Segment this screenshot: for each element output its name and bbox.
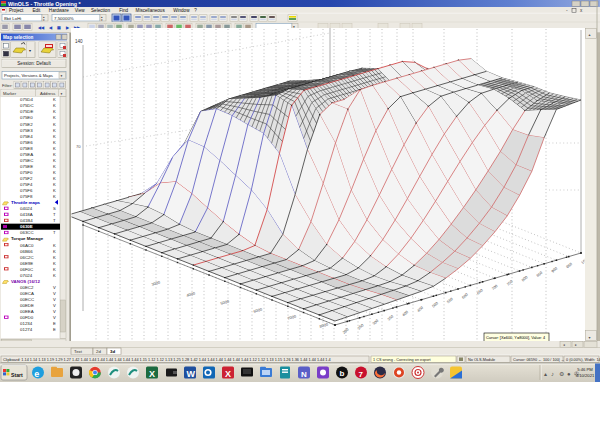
svg-text:?: ?	[194, 8, 197, 13]
svg-text:Torque Manage: Torque Manage	[11, 236, 44, 241]
svg-text:S: S	[53, 206, 56, 211]
svg-text:Address: Address	[40, 91, 55, 96]
svg-text:W: W	[186, 369, 195, 379]
svg-text:N: N	[301, 370, 307, 379]
svg-text:Miscellaneous: Miscellaneous	[136, 8, 166, 13]
svg-text:00ECA: 00ECA	[20, 291, 34, 296]
svg-text:075E4: 075E4	[20, 134, 33, 139]
svg-text:K: K	[53, 261, 56, 266]
svg-text:00ECC: 00ECC	[20, 297, 34, 302]
svg-text:◂: ◂	[563, 343, 565, 347]
svg-text:▦: ▦	[57, 25, 61, 30]
svg-text:063CC: 063CC	[20, 230, 34, 235]
svg-text:0630E: 0630E	[20, 224, 33, 229]
svg-text:5:46 PM: 5:46 PM	[577, 367, 593, 372]
svg-text:0 (0.00%), Width: 14: 0 (0.00%), Width: 14	[566, 358, 600, 362]
svg-text:8bit LoHi: 8bit LoHi	[4, 16, 21, 21]
svg-text:K: K	[53, 243, 56, 248]
svg-text:00EC2: 00EC2	[20, 285, 34, 290]
svg-text:T: T	[53, 230, 56, 235]
svg-text:06B66: 06B66	[20, 249, 33, 254]
svg-text:No OLS-Module: No OLS-Module	[468, 358, 495, 362]
svg-text:VANOS (16/12: VANOS (16/12	[11, 279, 41, 284]
svg-text:Find: Find	[119, 8, 128, 13]
svg-text:07024: 07024	[20, 273, 33, 278]
svg-text:075EA: 075EA	[20, 152, 33, 157]
svg-text:K: K	[53, 255, 56, 260]
svg-text:K: K	[53, 176, 56, 181]
svg-text:Text: Text	[74, 349, 83, 354]
svg-text:K: K	[53, 128, 56, 133]
svg-text:K: K	[53, 115, 56, 120]
svg-text:075D4: 075D4	[20, 97, 33, 102]
svg-text:075E8: 075E8	[20, 146, 33, 151]
svg-text:Cursor: [X=600, Y=8000], Value: Cursor: [X=600, Y=8000], Value: 4	[486, 335, 546, 340]
svg-text:04024: 04024	[20, 206, 33, 211]
svg-text:00EEA: 00EEA	[20, 309, 34, 314]
svg-text:075E6: 075E6	[20, 140, 33, 145]
svg-text:2d: 2d	[96, 349, 101, 354]
svg-text:Window: Window	[173, 8, 190, 13]
svg-text:K: K	[53, 249, 56, 254]
svg-text:V: V	[53, 297, 56, 302]
svg-text:06F0C: 06F0C	[20, 267, 33, 272]
svg-text:V: V	[53, 303, 56, 308]
svg-text:075F8: 075F8	[20, 194, 33, 199]
svg-text:K: K	[53, 158, 56, 163]
svg-text:Start: Start	[11, 372, 23, 378]
svg-text:K: K	[53, 267, 56, 272]
svg-text:K: K	[53, 152, 56, 157]
svg-text:X: X	[225, 369, 231, 379]
svg-text:06E9E: 06E9E	[20, 261, 33, 266]
svg-text:▸: ▸	[575, 343, 577, 347]
svg-text:▾: ▾	[61, 92, 63, 96]
svg-text:Throttle maps: Throttle maps	[11, 200, 41, 205]
svg-text:Map selection: Map selection	[3, 35, 34, 40]
svg-text:V: V	[53, 315, 56, 320]
svg-text:Clipboard: 1.14 1.14 1.13 1.19: Clipboard: 1.14 1.14 1.13 1.19 1.29 1.27…	[3, 358, 331, 362]
svg-text:K: K	[53, 273, 56, 278]
svg-text:K: K	[53, 182, 56, 187]
svg-text:01234: 01234	[20, 321, 33, 326]
svg-text:1 CS wrong - Correcting on exp: 1 CS wrong - Correcting on export	[373, 358, 432, 362]
svg-text:⚙: ⚙	[559, 371, 564, 377]
svg-text:K: K	[53, 140, 56, 145]
svg-text:K: K	[53, 109, 56, 114]
svg-text:075EE: 075EE	[20, 164, 33, 169]
svg-text:V: V	[53, 285, 56, 290]
svg-text:7: 7	[359, 370, 364, 379]
svg-text:075F4: 075F4	[20, 182, 33, 187]
svg-text:00EDE: 00EDE	[20, 303, 34, 308]
svg-text:140: 140	[75, 39, 83, 44]
svg-text:06C2C: 06C2C	[20, 255, 34, 260]
svg-text:7,50000%: 7,50000%	[54, 16, 74, 21]
svg-text:4/10/2021: 4/10/2021	[576, 373, 595, 378]
svg-text:K: K	[53, 122, 56, 127]
svg-text:075E3: 075E3	[20, 128, 33, 133]
svg-text:Cursor: 06590 ← 100 / 100| →: Cursor: 06590 ← 100 / 100| →	[513, 358, 565, 362]
svg-text:K: K	[53, 134, 56, 139]
svg-text:K: K	[53, 146, 56, 151]
svg-text:K: K	[53, 97, 56, 102]
svg-text:K: K	[53, 170, 56, 175]
svg-text:K: K	[53, 103, 56, 108]
svg-text:K: K	[53, 164, 56, 169]
svg-text:◀◀: ◀◀	[37, 25, 45, 30]
svg-text:075EC: 075EC	[20, 158, 33, 163]
svg-text:075F0: 075F0	[20, 170, 33, 175]
svg-text:E: E	[53, 321, 56, 326]
svg-text:075E2: 075E2	[20, 122, 33, 127]
svg-text:V: V	[53, 291, 56, 296]
svg-text:e: e	[34, 369, 39, 379]
svg-text:View: View	[75, 8, 86, 13]
svg-text:T: T	[53, 212, 56, 217]
svg-text:▴: ▴	[544, 371, 547, 377]
svg-text:K: K	[53, 188, 56, 193]
svg-text:V: V	[53, 309, 56, 314]
svg-text:Filter:: Filter:	[2, 83, 12, 88]
svg-text:075F2: 075F2	[20, 176, 33, 181]
svg-text:▾: ▾	[29, 48, 31, 53]
svg-text:E: E	[53, 327, 56, 332]
svg-text:70: 70	[76, 144, 81, 149]
svg-text:0418A: 0418A	[20, 212, 33, 217]
